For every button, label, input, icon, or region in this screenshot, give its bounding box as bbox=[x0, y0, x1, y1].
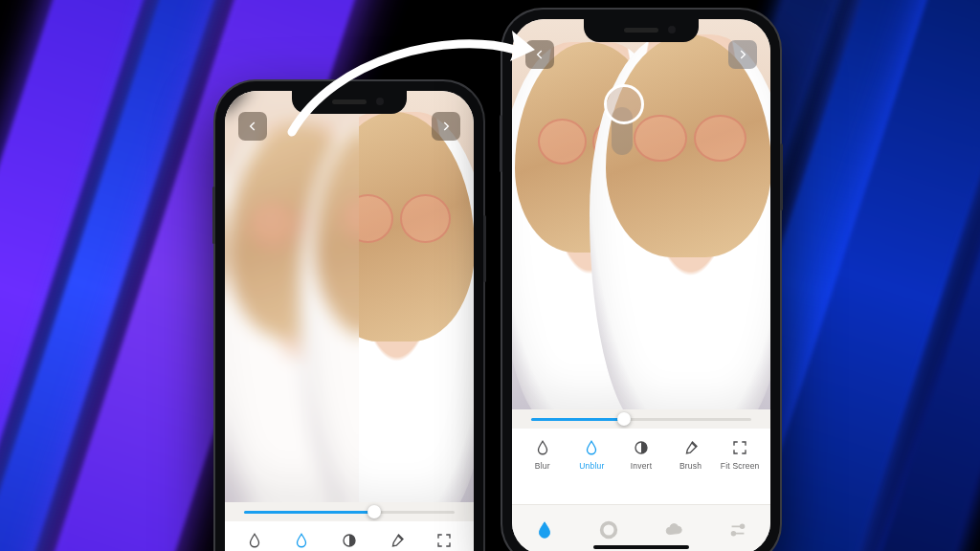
invert-icon bbox=[340, 531, 359, 550]
intensity-slider[interactable] bbox=[512, 409, 770, 429]
blur-region bbox=[225, 91, 359, 502]
slider-thumb[interactable] bbox=[368, 505, 381, 518]
tool-fitscreen[interactable]: Fit Screen bbox=[421, 531, 467, 551]
tool-label: Blur bbox=[535, 461, 550, 471]
unblur-icon bbox=[292, 531, 311, 550]
brush-icon bbox=[681, 438, 701, 457]
svg-point-4 bbox=[732, 532, 736, 536]
brush-cursor bbox=[604, 84, 644, 124]
blur-icon bbox=[533, 438, 552, 457]
fitscreen-icon bbox=[730, 438, 749, 457]
blur-icon bbox=[245, 531, 264, 550]
tool-label: Brush bbox=[679, 461, 702, 471]
tool-fitscreen[interactable]: Fit Screen bbox=[717, 438, 763, 471]
tool-blur[interactable]: Blur bbox=[520, 438, 566, 471]
tab-circle[interactable] bbox=[595, 517, 622, 543]
transition-arrow bbox=[278, 19, 555, 143]
tool-brush[interactable]: Brush bbox=[668, 438, 714, 471]
phone-before: BlurUnblurInvertBrushFit Screen bbox=[215, 81, 483, 551]
invert-icon bbox=[632, 438, 651, 457]
tool-invert[interactable]: Invert bbox=[618, 438, 664, 471]
unblur-icon bbox=[582, 438, 601, 457]
photo-canvas[interactable] bbox=[225, 91, 474, 502]
fitscreen-icon bbox=[434, 531, 454, 550]
tool-invert[interactable]: Invert bbox=[326, 531, 372, 551]
svg-point-2 bbox=[602, 523, 616, 538]
tool-blur[interactable]: Blur bbox=[232, 531, 278, 551]
tab-drop[interactable] bbox=[531, 517, 558, 543]
tool-brush[interactable]: Brush bbox=[374, 531, 420, 551]
tool-row: BlurUnblurInvertBrushFit Screen bbox=[225, 521, 474, 551]
tab-sliders[interactable] bbox=[724, 517, 751, 543]
device-notch bbox=[584, 19, 699, 42]
brush-icon bbox=[388, 531, 407, 550]
back-button[interactable] bbox=[238, 112, 267, 141]
tool-label: Unblur bbox=[579, 461, 604, 471]
tool-unblur[interactable]: Unblur bbox=[568, 438, 614, 471]
tool-unblur[interactable]: Unblur bbox=[278, 531, 324, 551]
bottom-tab-bar bbox=[512, 504, 770, 551]
intensity-slider[interactable] bbox=[225, 502, 474, 521]
tool-label: Invert bbox=[631, 461, 652, 471]
forward-button[interactable] bbox=[728, 40, 757, 69]
tool-label: Fit Screen bbox=[721, 461, 760, 471]
tab-cloud[interactable] bbox=[660, 517, 687, 543]
svg-point-3 bbox=[741, 525, 745, 529]
slider-thumb[interactable] bbox=[617, 412, 631, 426]
tool-row: BlurUnblurInvertBrushFit Screen bbox=[512, 429, 770, 496]
